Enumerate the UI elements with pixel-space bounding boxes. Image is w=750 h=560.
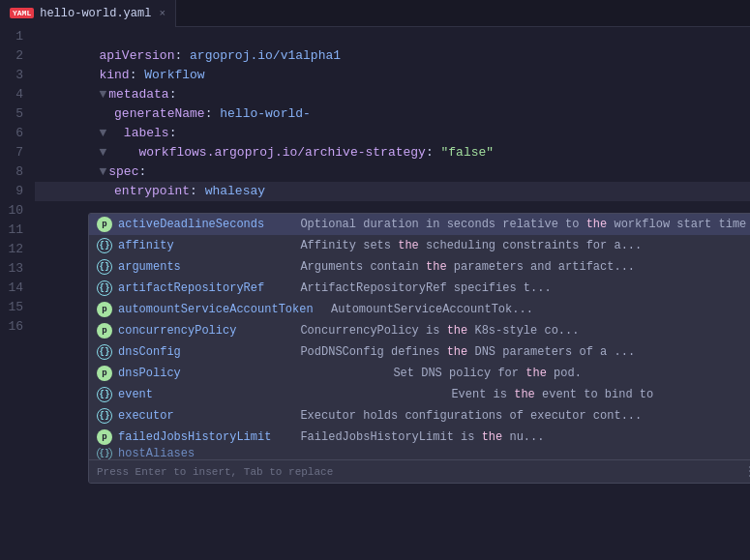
line-num-12: 12 <box>8 240 23 259</box>
token: : <box>138 164 146 179</box>
line-num-4: 4 <box>8 85 23 104</box>
code-area[interactable]: apiVersion: argoproj.io/v1alpha1 kind: W… <box>35 27 750 560</box>
yaml-icon: YAML <box>10 8 34 18</box>
token: workflows.argoproj.io/archive-strategy <box>138 145 425 160</box>
badge-obj: {} <box>97 280 112 296</box>
item-name: executor <box>118 409 283 423</box>
collapse-icon[interactable]: ▼ <box>99 164 106 179</box>
token <box>99 106 114 121</box>
token: kind <box>99 68 129 82</box>
tab-close-button[interactable]: × <box>159 8 165 19</box>
item-name: automountServiceAccountToken <box>118 303 314 316</box>
item-name: artifactRepositoryRef <box>118 281 283 295</box>
autocomplete-item-concurrencyPolicy[interactable]: p concurrencyPolicy ConcurrencyPolicy is… <box>89 320 750 341</box>
item-name: arguments <box>118 260 283 274</box>
token: apiVersion <box>99 48 174 63</box>
autocomplete-item-activeDeadlineSeconds[interactable]: p activeDeadlineSeconds Optional duratio… <box>89 214 750 235</box>
line-num-11: 11 <box>8 221 23 240</box>
token <box>99 184 114 198</box>
autocomplete-item-automountServiceAccountToken[interactable]: p automountServiceAccountToken Automount… <box>89 299 750 320</box>
token <box>108 126 124 140</box>
item-name: failedJobsHistoryLimit <box>118 430 283 444</box>
token: labels <box>124 126 169 140</box>
badge-p: p <box>97 323 112 339</box>
line-num-8: 8 <box>8 162 23 182</box>
item-desc: Executor holds configurations of executo… <box>286 409 642 423</box>
autocomplete-item-hostAliases[interactable]: {} hostAliases <box>89 448 750 459</box>
collapse-icon[interactable]: ▼ <box>99 126 106 140</box>
line-num-9: 9 <box>8 182 23 201</box>
line-num-13: 13 <box>8 259 23 279</box>
token <box>108 145 138 160</box>
badge-obj: {} <box>97 344 112 360</box>
token: : <box>174 48 190 63</box>
token: metadata <box>108 87 168 102</box>
token: "false" <box>441 145 495 160</box>
autocomplete-item-failedJobsHistoryLimit[interactable]: p failedJobsHistoryLimit FailedJobsHisto… <box>89 427 750 448</box>
scrollbar-indicator[interactable]: ⋮ <box>743 463 750 480</box>
badge-p: p <box>97 366 112 381</box>
badge-p: p <box>97 429 112 445</box>
item-name: dnsConfig <box>118 345 283 359</box>
token: : <box>130 68 145 82</box>
autocomplete-dropdown: p activeDeadlineSeconds Optional duratio… <box>88 213 750 484</box>
line-numbers: 1 2 3 4 5 6 7 8 9 10 11 12 13 14 15 16 <box>0 27 35 560</box>
line-num-3: 3 <box>8 66 23 85</box>
token: hello-world- <box>220 106 311 121</box>
line-num-10: 10 <box>8 201 23 221</box>
editor-tab[interactable]: YAML hello-world.yaml × <box>0 0 176 27</box>
editor: 1 2 3 4 5 6 7 8 9 10 11 12 13 14 15 16 a… <box>0 27 750 560</box>
item-desc: FailedJobsHistoryLimit is the nu... <box>286 430 544 444</box>
badge-obj: {} <box>97 408 112 424</box>
token: : <box>426 145 441 160</box>
line-num-5: 5 <box>8 104 23 124</box>
badge-p: p <box>97 217 112 232</box>
line-num-16: 16 <box>8 317 23 337</box>
item-desc: ConcurrencyPolicy is the K8s-style co... <box>286 324 579 338</box>
tab-bar: YAML hello-world.yaml × <box>0 0 750 27</box>
collapse-icon[interactable]: ▼ <box>99 145 106 160</box>
token: generateName <box>114 106 205 121</box>
badge-obj: {} <box>97 259 112 275</box>
line-num-15: 15 <box>8 298 23 317</box>
autocomplete-item-executor[interactable]: {} executor Executor holds configuration… <box>89 405 750 427</box>
collapse-icon[interactable]: ▼ <box>99 87 106 102</box>
badge-p: p <box>97 302 112 317</box>
autocomplete-item-event[interactable]: {} event Event is the event to bind to <box>89 384 750 405</box>
code-line-1: apiVersion: argoproj.io/v1alpha1 <box>35 27 750 46</box>
token: : <box>205 106 221 121</box>
autocomplete-item-affinity[interactable]: {} affinity Affinity sets the scheduling… <box>89 235 750 256</box>
line-num-2: 2 <box>8 46 23 66</box>
token: Workflow <box>144 68 204 82</box>
autocomplete-item-arguments[interactable]: {} arguments Arguments contain the param… <box>89 256 750 278</box>
item-name: event <box>118 388 283 401</box>
item-desc: Set DNS policy for the pod. <box>379 367 582 380</box>
item-name: hostAliases <box>118 448 283 459</box>
tab-filename: hello-world.yaml <box>40 7 151 20</box>
token: : <box>169 126 177 140</box>
autocomplete-item-dnsConfig[interactable]: {} dnsConfig PodDNSConfig defines the DN… <box>89 341 750 363</box>
item-name: dnsPolicy <box>118 367 283 380</box>
badge-obj: {} <box>97 448 112 459</box>
autocomplete-footer: Press Enter to insert, Tab to replace ⋮ <box>89 459 750 483</box>
token: : <box>169 87 177 102</box>
item-name: activeDeadlineSeconds <box>118 218 283 231</box>
autocomplete-item-dnsPolicy[interactable]: p dnsPolicy Set DNS policy for the pod. <box>89 363 750 384</box>
item-name: concurrencyPolicy <box>118 324 283 338</box>
item-desc: PodDNSConfig defines the DNS parameters … <box>286 345 635 359</box>
token: : <box>190 184 205 198</box>
item-desc: ArtifactRepositoryRef specifies t... <box>286 281 552 295</box>
line-num-7: 7 <box>8 143 23 162</box>
autocomplete-item-artifactRepositoryRef[interactable]: {} artifactRepositoryRef ArtifactReposit… <box>89 278 750 299</box>
token: spec <box>108 164 138 179</box>
badge-obj: {} <box>97 238 112 253</box>
token: whalesay <box>205 184 265 198</box>
item-desc: Arguments contain the parameters and art… <box>286 260 635 274</box>
autocomplete-hint: Press Enter to insert, Tab to replace <box>97 466 333 478</box>
badge-obj: {} <box>97 387 112 402</box>
item-desc: Event is the event to bind to <box>437 388 653 401</box>
line-num-1: 1 <box>8 27 23 46</box>
item-desc: AutomountServiceAccountTok... <box>317 303 533 316</box>
item-name: affinity <box>118 239 283 252</box>
token: entrypoint <box>114 184 190 198</box>
